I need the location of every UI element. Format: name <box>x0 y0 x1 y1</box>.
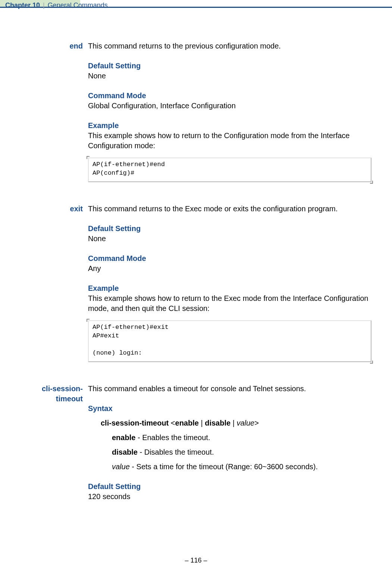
command-name: end <box>19 41 88 182</box>
syntax-param: disable - Disables the timeout. <box>88 447 371 457</box>
page-number: 116 <box>190 557 201 564</box>
command-section-end: end This command returns to the previous… <box>19 41 371 182</box>
default-setting-value: 120 seconds <box>88 492 371 502</box>
syntax-opt-enable: enable <box>175 419 199 427</box>
command-mode-value: Global Configuration, Interface Configur… <box>88 101 371 111</box>
default-setting-label: Default Setting <box>88 61 371 71</box>
command-section-exit: exit This command returns to the Exec mo… <box>19 204 371 362</box>
syntax-opt-disable: disable <box>205 419 231 427</box>
code-block: AP(if-ethernet)#exit AP#exit (none) logi… <box>88 320 371 362</box>
syntax-param: value - Sets a time for the timeout (Ran… <box>88 462 371 472</box>
syntax-cmd: cli-session-timeout <box>101 419 169 427</box>
param-term: value <box>112 463 130 471</box>
default-setting-label: Default Setting <box>88 482 371 492</box>
default-setting-value: None <box>88 234 371 244</box>
page-header: Chapter 10 | General Commands <box>5 1 108 10</box>
command-mode-value: Any <box>88 264 371 274</box>
syntax-opt-value: value <box>236 419 254 427</box>
syntax-param: enable - Enables the timeout. <box>88 433 371 443</box>
syntax-sep: | <box>199 419 205 427</box>
page-footer: – 116 – <box>0 556 392 565</box>
syntax-label: Syntax <box>88 404 371 414</box>
header-separator: | <box>42 1 46 9</box>
command-desc: This command returns to the previous con… <box>88 41 371 51</box>
example-label: Example <box>88 283 371 293</box>
default-setting-value: None <box>88 71 371 81</box>
command-mode-label: Command Mode <box>88 253 371 264</box>
param-term: disable <box>112 448 138 456</box>
param-desc: - Disables the timeout. <box>138 448 214 456</box>
syntax-close: > <box>254 419 259 427</box>
param-desc: - Enables the timeout. <box>135 433 210 442</box>
param-term: enable <box>112 433 135 442</box>
page-content: end This command returns to the previous… <box>19 41 371 523</box>
command-name: cli-session-timeout <box>19 384 88 502</box>
footer-dash-left: – <box>185 557 190 564</box>
code-block: AP(if-ethernet)#end AP(config)# <box>88 158 371 182</box>
param-desc: - Sets a time for the timeout (Range: 60… <box>130 463 318 471</box>
command-section-cli-session-timeout: cli-session-timeout This command enables… <box>19 384 371 502</box>
example-desc: This example shows how to return to the … <box>88 131 371 151</box>
syntax-sep: | <box>231 419 236 427</box>
syntax-line: cli-session-timeout <enable | disable | … <box>88 418 371 428</box>
example-desc: This example shows how to return to the … <box>88 293 371 314</box>
syntax-open: < <box>169 419 175 427</box>
command-name: exit <box>19 204 88 362</box>
command-mode-label: Command Mode <box>88 91 371 101</box>
command-desc: This command returns to the Exec mode or… <box>88 204 371 214</box>
example-label: Example <box>88 121 371 131</box>
footer-dash-right: – <box>202 557 207 564</box>
default-setting-label: Default Setting <box>88 224 371 234</box>
command-desc: This command enables a timeout for conso… <box>88 384 371 394</box>
chapter-label: Chapter 10 <box>5 1 40 9</box>
section-label: General Commands <box>48 1 108 9</box>
